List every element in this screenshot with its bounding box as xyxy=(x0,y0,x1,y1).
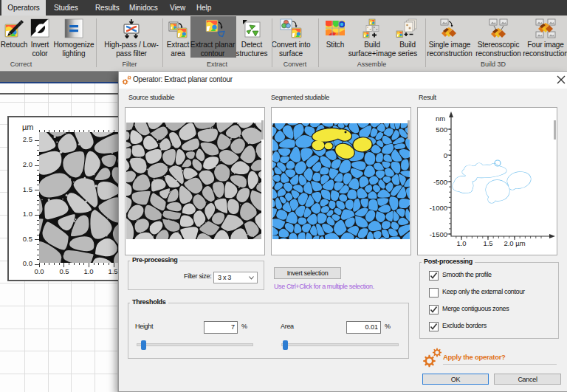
svg-text:2.0 µm: 2.0 µm xyxy=(504,239,525,247)
svg-text:nm: nm xyxy=(436,114,445,123)
svg-text:1.5: 1.5 xyxy=(483,239,492,247)
svg-text:-500: -500 xyxy=(433,178,447,186)
svg-text:500: 500 xyxy=(436,125,447,134)
svg-text:0: 0 xyxy=(444,151,447,159)
svg-text:1.0: 1.0 xyxy=(456,239,466,247)
svg-text:-1000: -1000 xyxy=(430,204,447,212)
svg-text:-1500: -1500 xyxy=(430,230,447,238)
